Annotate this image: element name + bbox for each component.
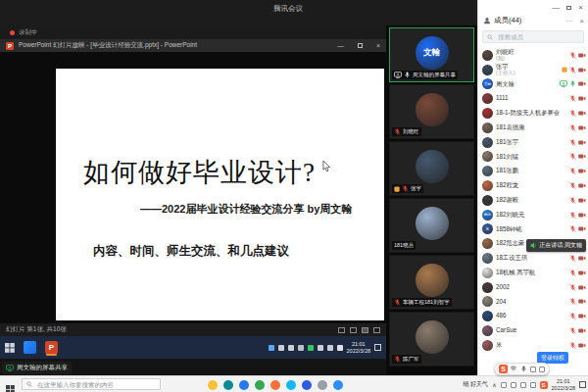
taskbar-app-icon[interactable] bbox=[318, 380, 327, 390]
action-center-icon[interactable] bbox=[579, 381, 586, 388]
sogou-logo-icon[interactable]: S bbox=[499, 365, 508, 373]
viewer-start-button[interactable] bbox=[6, 380, 15, 392]
members-more-button[interactable]: ··· bbox=[565, 18, 572, 24]
member-row[interactable]: 18机械 高宇航 bbox=[482, 266, 586, 280]
close-button[interactable]: × bbox=[578, 3, 583, 12]
ime-keyboard-icon[interactable] bbox=[530, 367, 536, 372]
mic-icon bbox=[569, 80, 576, 87]
ppt-close-button[interactable]: × bbox=[376, 42, 380, 49]
tray-icon[interactable] bbox=[298, 345, 304, 351]
video-tile[interactable]: 车辆工程181刘智宇 bbox=[389, 255, 474, 310]
tray-expand-chevron[interactable]: ∧ bbox=[492, 381, 496, 388]
mic-muted-icon bbox=[394, 356, 401, 363]
member-row[interactable]: CarSue bbox=[482, 323, 586, 338]
member-row[interactable]: 18工设王琪 bbox=[482, 251, 586, 266]
taskbar-app-icon[interactable] bbox=[333, 380, 343, 390]
start-button[interactable] bbox=[5, 339, 15, 357]
ime-toolbox-icon[interactable] bbox=[539, 367, 545, 372]
pen-tool-icon[interactable] bbox=[338, 327, 345, 333]
hand-raised-icon bbox=[562, 67, 567, 73]
mic-muted-icon bbox=[569, 342, 576, 349]
ppt-maximize-button[interactable] bbox=[358, 43, 363, 48]
member-row[interactable]: 181张宇 bbox=[482, 135, 586, 150]
tray-icon[interactable] bbox=[530, 382, 536, 388]
member-search-input[interactable] bbox=[496, 32, 574, 41]
tray-icons[interactable] bbox=[269, 345, 343, 351]
member-row[interactable]: 文翰周文翰 bbox=[482, 77, 586, 92]
member-row[interactable]: 1111 bbox=[482, 91, 586, 106]
slideshow-view-icon[interactable] bbox=[362, 327, 368, 333]
maximize-button[interactable] bbox=[566, 6, 571, 10]
powerpoint-icon: P bbox=[6, 42, 14, 50]
ime-mic-icon[interactable] bbox=[520, 366, 527, 372]
tray-icon[interactable] bbox=[337, 345, 343, 351]
member-name: 204 bbox=[496, 299, 566, 306]
member-row[interactable]: 182谢毅 bbox=[482, 193, 586, 208]
tray-icon[interactable] bbox=[501, 382, 507, 388]
weather-widget[interactable]: 晴 好天气 bbox=[463, 380, 488, 389]
minimize-button[interactable]: — bbox=[552, 3, 560, 12]
app-title: 腾讯会议 bbox=[273, 4, 303, 14]
taskbar-app-icon[interactable] bbox=[270, 380, 280, 390]
taskbar-search-box[interactable] bbox=[22, 378, 161, 390]
member-row[interactable]: 张宇(主持人) bbox=[482, 63, 586, 77]
camera-off-icon bbox=[578, 255, 586, 262]
video-tile[interactable]: 181晓丛 bbox=[389, 198, 474, 253]
taskbar-app-icon[interactable] bbox=[208, 380, 218, 390]
tencent-meeting-taskbar-icon[interactable] bbox=[24, 341, 36, 354]
member-row[interactable]: 刘晓旺(我) bbox=[482, 48, 586, 63]
taskbar-search-input[interactable] bbox=[35, 380, 153, 389]
member-row[interactable]: 18-1-防疫无人机参赛会 bbox=[482, 106, 586, 121]
member-row[interactable]: 米 bbox=[482, 338, 586, 353]
viewer-clock[interactable]: 21:01 2022/3/28 bbox=[552, 378, 575, 391]
member-row[interactable]: 181袁德康 bbox=[482, 121, 586, 135]
video-tile[interactable]: 陈广军 bbox=[389, 312, 474, 367]
members-close-button[interactable]: × bbox=[579, 17, 584, 25]
video-tile[interactable]: 文翰周文翰的屏幕共享 bbox=[389, 27, 474, 82]
video-tile[interactable]: 张宇 bbox=[389, 141, 474, 196]
taskbar-app-icon[interactable] bbox=[255, 380, 265, 390]
member-status-icons bbox=[569, 153, 586, 160]
tray-icon[interactable] bbox=[511, 382, 516, 388]
member-search-box[interactable] bbox=[482, 30, 584, 43]
ime-toolbar[interactable]: S 中 bbox=[494, 363, 550, 375]
tray-icon[interactable] bbox=[327, 345, 333, 351]
member-status-icons bbox=[569, 284, 586, 291]
member-status-icons bbox=[569, 313, 586, 319]
zoom-view-icon[interactable] bbox=[373, 327, 380, 333]
member-row[interactable]: 2002 bbox=[482, 280, 586, 295]
member-row[interactable]: 181张鹏 bbox=[482, 164, 586, 178]
taskbar-app-icon[interactable] bbox=[239, 380, 249, 390]
action-center-icon[interactable] bbox=[374, 344, 381, 351]
shared-clock[interactable]: 21:01 2022/3/28 bbox=[347, 341, 370, 354]
tray-icon[interactable] bbox=[520, 382, 526, 388]
ime-language-toggle[interactable]: 中 bbox=[511, 365, 517, 373]
sogou-tray-icon[interactable]: S bbox=[540, 381, 548, 389]
slide-panel-icon[interactable] bbox=[350, 327, 357, 333]
taskbar-app-icon[interactable] bbox=[286, 380, 296, 390]
tile-name-label: 181晓丛 bbox=[392, 241, 416, 250]
member-row[interactable]: 486 bbox=[482, 309, 586, 323]
camera-off-icon bbox=[578, 327, 586, 334]
ppt-minimize-button[interactable]: — bbox=[337, 42, 344, 49]
member-row[interactable]: 182程龙 bbox=[482, 178, 586, 193]
mic-muted-icon bbox=[569, 182, 576, 189]
taskbar-app-icon[interactable] bbox=[223, 380, 233, 390]
member-row[interactable]: 晓元182刘晓元 bbox=[482, 208, 586, 222]
member-name: 181张宇 bbox=[496, 139, 566, 146]
mic-muted-icon bbox=[569, 284, 576, 291]
powerpoint-taskbar-icon[interactable]: P bbox=[45, 341, 58, 354]
member-status-icons bbox=[569, 182, 586, 189]
tray-icon[interactable] bbox=[308, 345, 314, 351]
tray-icon[interactable] bbox=[269, 345, 274, 351]
tray-icon[interactable] bbox=[278, 345, 284, 351]
taskbar-app-icon[interactable] bbox=[302, 380, 312, 390]
tray-icon[interactable] bbox=[318, 345, 323, 351]
member-row[interactable]: B1858钟铭 bbox=[482, 222, 586, 237]
avatar bbox=[482, 340, 493, 351]
camera-off-icon bbox=[578, 342, 586, 349]
tray-icon[interactable] bbox=[288, 345, 294, 351]
member-row[interactable]: 181刘猛 bbox=[482, 150, 586, 165]
video-tile[interactable]: 刘晓旺 bbox=[389, 84, 474, 139]
member-row[interactable]: 204 bbox=[482, 295, 586, 310]
